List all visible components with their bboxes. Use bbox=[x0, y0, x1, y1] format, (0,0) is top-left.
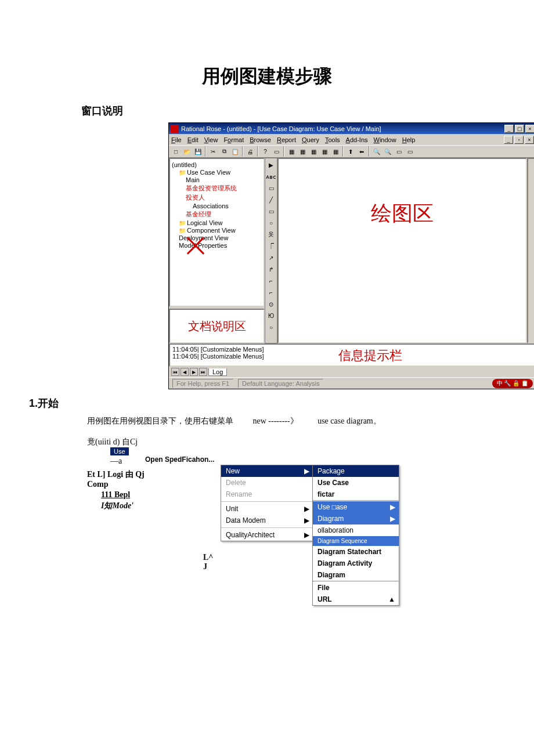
menu-addins[interactable]: Add-Ins bbox=[346, 136, 368, 143]
menu-view[interactable]: View bbox=[204, 136, 218, 143]
fit-icon[interactable]: ▭ bbox=[394, 146, 404, 157]
anchor-tool-icon[interactable]: ╱ bbox=[266, 194, 276, 205]
tree-logical[interactable]: Logical View bbox=[172, 219, 262, 226]
tab-prev-icon[interactable]: ◀ bbox=[181, 368, 189, 376]
print-icon[interactable]: 🖨 bbox=[245, 146, 255, 157]
usecase-tool-icon[interactable]: ○ bbox=[266, 218, 276, 228]
tab-last-icon[interactable]: ⏭ bbox=[199, 368, 207, 376]
gen-tool-icon[interactable]: ↱ bbox=[266, 264, 276, 274]
open-spec-item[interactable]: Open SpedFicahon... bbox=[145, 455, 214, 464]
tab-next-icon[interactable]: ▶ bbox=[190, 368, 198, 376]
submenu-file[interactable]: File bbox=[313, 582, 399, 594]
menu-window[interactable]: Window bbox=[374, 136, 396, 143]
menu-quality[interactable]: QualityArchitect▶ bbox=[221, 529, 313, 541]
submenu-use-ease[interactable]: Use □ase▶ bbox=[313, 501, 399, 513]
tool-d-icon[interactable]: Ю bbox=[266, 310, 276, 321]
open-icon[interactable]: 📂 bbox=[182, 146, 192, 157]
tree-item1[interactable]: 基金投资管理系统 bbox=[172, 184, 262, 193]
frag-bepl: 111 Bepl bbox=[101, 490, 130, 500]
submenu-usecase[interactable]: Use Case bbox=[313, 477, 399, 489]
fit2-icon[interactable]: ▭ bbox=[405, 146, 415, 157]
menu-data[interactable]: Data Modem▶ bbox=[221, 515, 313, 526]
window-title: Rational Rose - (untitled) - [Use Case D… bbox=[181, 125, 504, 132]
menu-format[interactable]: Format bbox=[223, 136, 244, 143]
menu-edit[interactable]: Edit bbox=[187, 136, 199, 143]
tool-e-icon[interactable]: ○ bbox=[266, 322, 276, 332]
submenu-diag-seq[interactable]: Diagram Sequence bbox=[313, 536, 399, 546]
up-icon[interactable]: ⬆ bbox=[345, 146, 356, 157]
save-icon[interactable]: 💾 bbox=[193, 146, 203, 157]
assoc-tool-icon[interactable]: ⎾ bbox=[266, 241, 276, 251]
pointer-tool-icon[interactable]: ▶ bbox=[266, 160, 276, 170]
section-window-desc: 窗口说明 bbox=[81, 104, 505, 118]
diag3-icon[interactable]: ▦ bbox=[308, 146, 319, 157]
menu-delete[interactable]: Delete bbox=[221, 477, 313, 489]
tree-component[interactable]: Component View bbox=[172, 227, 262, 234]
menu-rename[interactable]: Rename bbox=[221, 489, 313, 500]
menu-new[interactable]: New▶ bbox=[221, 465, 313, 477]
tree-main[interactable]: Main bbox=[172, 176, 262, 183]
tree-root[interactable]: (untitled) bbox=[172, 161, 262, 168]
diag1-icon[interactable]: ▦ bbox=[286, 146, 297, 157]
menu-report[interactable]: Report bbox=[277, 136, 296, 143]
minimize-button[interactable]: _ bbox=[504, 125, 514, 133]
submenu-diag[interactable]: Diagram bbox=[313, 569, 399, 581]
documentation-pane[interactable]: 文档说明区 bbox=[169, 309, 265, 343]
diag4-icon[interactable]: ▦ bbox=[319, 146, 330, 157]
new-icon[interactable]: □ bbox=[171, 146, 181, 157]
mdi-close-button[interactable]: × bbox=[525, 136, 534, 144]
submenu-collab[interactable]: ollaboration bbox=[313, 525, 399, 536]
status-help: For Help, press F1 bbox=[172, 379, 233, 388]
diag5-icon[interactable]: ▦ bbox=[330, 146, 341, 157]
close-button[interactable]: × bbox=[525, 125, 534, 133]
maximize-button[interactable]: ▢ bbox=[515, 125, 524, 133]
menu-tools[interactable]: Tools bbox=[325, 136, 340, 143]
dep-tool-icon[interactable]: ↗ bbox=[266, 252, 276, 263]
submenu-diagram[interactable]: Diagram▶ bbox=[313, 513, 399, 525]
menu-query[interactable]: Query bbox=[302, 136, 319, 143]
submenu-package[interactable]: Package bbox=[313, 465, 399, 477]
menu-file[interactable]: File bbox=[171, 136, 182, 143]
tree-item2[interactable]: 投资人 bbox=[172, 193, 262, 202]
back-icon[interactable]: ⬅ bbox=[356, 146, 367, 157]
submenu-diag-state[interactable]: Diagram Statechart bbox=[313, 546, 399, 558]
help-icon[interactable]: ? bbox=[260, 146, 270, 157]
note-tool-icon[interactable]: ▭ bbox=[266, 183, 276, 193]
diag2-icon[interactable]: ▦ bbox=[297, 146, 308, 157]
tab-log[interactable]: Log bbox=[208, 368, 227, 376]
context-menu: New▶ Delete Rename Unit▶ Data Modem▶ Qua… bbox=[221, 465, 313, 541]
tab-first-icon[interactable]: ⏮ bbox=[171, 368, 179, 376]
tree-assoc[interactable]: Associations bbox=[172, 202, 262, 209]
annotation-x-icon bbox=[184, 234, 207, 258]
actor-tool-icon[interactable]: 옷 bbox=[266, 229, 276, 240]
text-tool-icon[interactable]: ᴀʙᴄ bbox=[266, 171, 276, 182]
menu-help[interactable]: Help bbox=[402, 136, 416, 143]
zoomout-icon[interactable]: 🔍 bbox=[383, 146, 393, 157]
mdi-restore-button[interactable]: ▫ bbox=[514, 136, 524, 144]
diagram-canvas[interactable]: 绘图区 bbox=[277, 158, 527, 343]
mdi-minimize-button[interactable]: _ bbox=[504, 136, 513, 144]
frag-line2: Et L] Logi 由 Qj bbox=[87, 469, 145, 480]
package-tool-icon[interactable]: ▭ bbox=[266, 206, 276, 216]
tool-b-icon[interactable]: ⌐ bbox=[266, 287, 276, 298]
tree-usecaseview[interactable]: Use Case View bbox=[172, 169, 262, 176]
menu-browse[interactable]: Browse bbox=[250, 136, 271, 143]
status-bar: For Help, press F1 Default Language: Ana… bbox=[169, 377, 534, 389]
cut-icon[interactable]: ✂ bbox=[208, 146, 218, 157]
browse-icon[interactable]: ▭ bbox=[271, 146, 282, 157]
submenu-url[interactable]: URL▲ bbox=[313, 594, 399, 605]
copy-icon[interactable]: ⧉ bbox=[219, 146, 229, 157]
tool-a-icon[interactable]: ⌐ bbox=[266, 276, 276, 286]
tree-item3[interactable]: 基金经理 bbox=[172, 210, 262, 219]
vertical-scrollbar[interactable] bbox=[527, 158, 534, 343]
context-menu-illustration: 竟(uiiti d) 自Cj Use —a Open SpedFicahon..… bbox=[87, 437, 505, 623]
submenu-diag-act[interactable]: Diagram Activity bbox=[313, 558, 399, 569]
tool-c-icon[interactable]: ⊙ bbox=[266, 299, 276, 309]
menu-unit[interactable]: Unit▶ bbox=[221, 503, 313, 515]
paste-icon[interactable]: 📋 bbox=[230, 146, 240, 157]
ime-indicator: 中 🔧 🔒 📋 bbox=[492, 379, 533, 388]
browser-tree[interactable]: (untitled) Use Case View Main 基金投资管理系统 投… bbox=[169, 158, 265, 307]
zoomin-icon[interactable]: 🔍 bbox=[371, 146, 382, 157]
frag-comp: Comp bbox=[87, 480, 109, 489]
submenu-fictar[interactable]: fictar bbox=[313, 489, 399, 500]
